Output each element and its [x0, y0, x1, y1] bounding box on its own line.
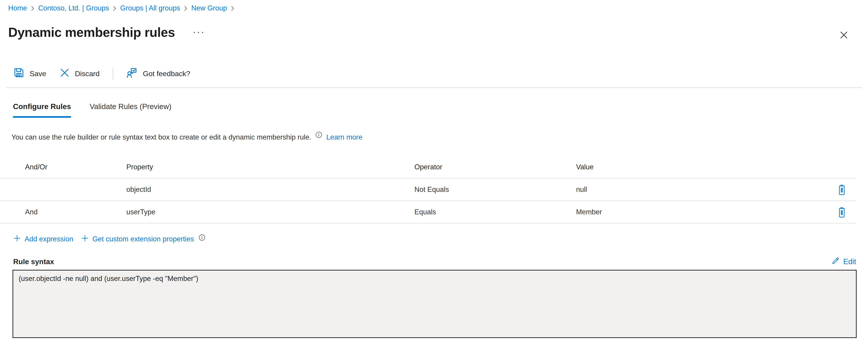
toolbar-divider [6, 87, 862, 88]
discard-button[interactable]: Discard [59, 68, 99, 80]
cell-property: objectId [126, 185, 414, 193]
rule-syntax-heading: Rule syntax [13, 257, 54, 266]
cell-and-or: And [25, 208, 126, 216]
cell-operator: Equals [414, 208, 576, 216]
breadcrumb: Home Contoso, Ltd. | Groups Groups | All… [0, 0, 868, 13]
save-label: Save [30, 70, 46, 78]
discard-label: Discard [75, 70, 99, 78]
overflow-menu-button[interactable]: ··· [193, 27, 205, 36]
toolbar-separator [113, 68, 113, 80]
edit-label: Edit [843, 257, 856, 266]
cell-property: userType [126, 208, 414, 216]
feedback-icon [126, 67, 138, 80]
cell-value: null [576, 185, 827, 193]
tab-configure-rules[interactable]: Configure Rules [13, 102, 71, 118]
add-expression-label: Add expression [25, 235, 73, 243]
column-header-and-or: And/Or [25, 163, 126, 171]
delete-row-trash-icon[interactable] [837, 184, 847, 195]
command-toolbar: Save Discard Got feedback? [13, 67, 868, 80]
feedback-label: Got feedback? [143, 70, 190, 78]
save-icon [13, 67, 25, 80]
intro-line: You can use the rule builder or rule syn… [11, 133, 868, 142]
column-header-value: Value [576, 163, 827, 171]
info-icon[interactable] [315, 131, 322, 140]
close-icon[interactable] [839, 30, 849, 40]
cell-value: Member [576, 208, 827, 216]
breadcrumb-new-group[interactable]: New Group [191, 4, 227, 13]
chevron-right-icon [231, 5, 235, 11]
add-expression-link[interactable]: Add expression [13, 234, 73, 244]
table-row: And userType Equals Member [0, 201, 857, 224]
delete-row-trash-icon[interactable] [837, 206, 847, 218]
page-header: Dynamic membership rules ··· [8, 23, 868, 41]
rule-syntax-box-wrap: (user.objectId -ne null) and (user.userT… [12, 270, 857, 338]
learn-more-link[interactable]: Learn more [326, 133, 363, 142]
table-row: objectId Not Equals null [0, 179, 857, 201]
tab-validate-rules[interactable]: Validate Rules (Preview) [90, 102, 172, 118]
rule-syntax-header: Rule syntax Edit [13, 257, 856, 267]
chevron-right-icon [31, 5, 35, 11]
cell-operator: Not Equals [414, 185, 576, 193]
column-header-property: Property [126, 163, 414, 171]
table-header-row: And/Or Property Operator Value [0, 156, 857, 179]
expression-actions: Add expression Get custom extension prop… [13, 234, 868, 244]
discard-x-icon [59, 68, 70, 80]
page-title: Dynamic membership rules [8, 23, 175, 41]
save-button[interactable]: Save [13, 67, 46, 80]
edit-rule-syntax-button[interactable]: Edit [831, 256, 856, 267]
breadcrumb-contoso-groups[interactable]: Contoso, Ltd. | Groups [38, 4, 109, 13]
get-custom-extension-link[interactable]: Get custom extension properties [81, 234, 194, 244]
plus-icon [81, 234, 89, 244]
plus-icon [13, 234, 21, 244]
got-feedback-button[interactable]: Got feedback? [126, 67, 190, 80]
breadcrumb-home[interactable]: Home [8, 4, 27, 13]
chevron-right-icon [113, 5, 117, 11]
breadcrumb-all-groups[interactable]: Groups | All groups [120, 4, 180, 13]
get-custom-extension-label: Get custom extension properties [92, 235, 194, 243]
rule-builder-table: And/Or Property Operator Value objectId … [0, 156, 857, 224]
intro-text: You can use the rule builder or rule syn… [11, 133, 311, 142]
tab-bar: Configure Rules Validate Rules (Preview) [13, 102, 868, 118]
rule-syntax-textarea[interactable]: (user.objectId -ne null) and (user.userT… [12, 270, 857, 338]
chevron-right-icon [184, 5, 188, 11]
pencil-icon [831, 256, 840, 267]
info-icon[interactable] [198, 234, 206, 243]
column-header-operator: Operator [414, 163, 576, 171]
